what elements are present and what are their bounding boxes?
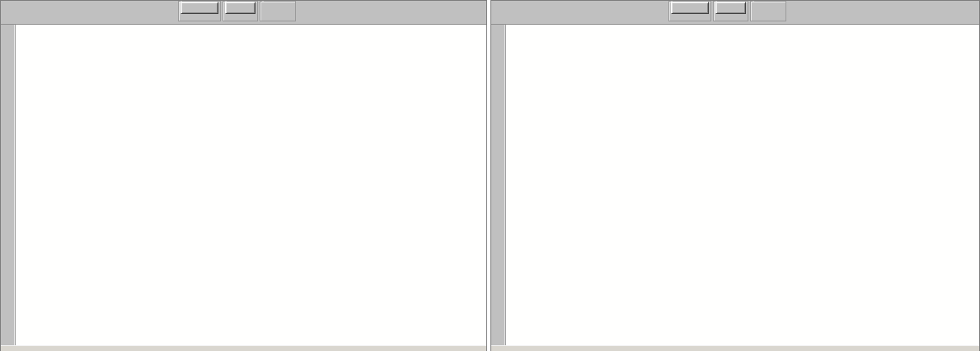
eeg-plot[interactable]: [15, 25, 262, 148]
elapsed-time: [225, 2, 256, 14]
elapsed-time: [715, 2, 746, 14]
epoch-group: [750, 1, 786, 21]
bottom-strip: [1, 345, 486, 351]
channel-number-gutter: [1, 25, 16, 345]
toolbar: [491, 1, 979, 25]
epoch-counter: [753, 2, 784, 12]
date-group: [668, 1, 711, 21]
eeg-plot[interactable]: [505, 25, 753, 148]
eeg-trace-area: [491, 25, 979, 345]
epoch-group: [260, 1, 296, 21]
record-time-button[interactable]: [181, 2, 218, 14]
eeg-panel-right: [490, 0, 980, 351]
date-group: [178, 1, 221, 21]
elapsed-group: [223, 1, 258, 21]
eeg-trace-area: [1, 25, 486, 345]
elapsed-group: [713, 1, 748, 21]
toolbar: [1, 1, 486, 25]
bottom-strip: [491, 345, 979, 351]
epoch-counter: [262, 2, 293, 12]
record-time-button[interactable]: [671, 2, 709, 14]
channel-number-gutter: [491, 25, 506, 345]
eeg-panel-left: [0, 0, 487, 351]
